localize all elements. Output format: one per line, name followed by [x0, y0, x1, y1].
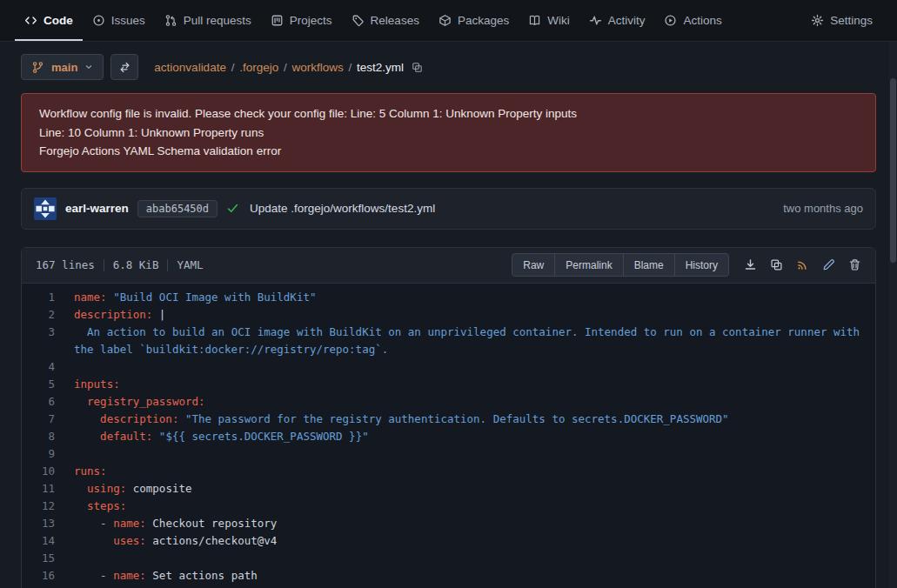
line-number[interactable]: 8	[22, 428, 74, 445]
nav-item-projects[interactable]: Projects	[261, 0, 342, 41]
line-content: steps:	[74, 498, 875, 515]
nav-item-label: Wiki	[547, 14, 570, 27]
code-token	[74, 499, 87, 512]
edit-button[interactable]	[816, 253, 840, 277]
breadcrumb-segment[interactable]: .forgejo	[239, 61, 278, 74]
commit-message[interactable]: Update .forgejo/workflows/test2.yml	[250, 202, 435, 215]
commit-sha-badge[interactable]: abab65450d	[137, 200, 218, 217]
code-token: name:	[113, 569, 146, 582]
line-content: uses: actions/checkout@v4	[74, 532, 875, 550]
commit-author[interactable]: earl-warren	[65, 202, 129, 215]
nav-item-code[interactable]: Code	[15, 0, 83, 41]
code-line: 6 registry_password:	[22, 393, 875, 411]
line-number[interactable]: 13	[22, 515, 74, 532]
line-content: inputs:	[74, 376, 875, 393]
branch-bar: main actionvalidate / .forgejo / workflo…	[21, 53, 876, 81]
copy-button[interactable]	[764, 253, 788, 277]
file-size: 6.8 KiB	[113, 258, 159, 271]
line-number[interactable]: 17	[22, 585, 74, 588]
raw-button[interactable]: Raw	[512, 253, 555, 277]
copy-path-icon[interactable]	[412, 62, 423, 73]
code-line: 8 default: "${{ secrets.DOCKER_PASSWORD …	[22, 428, 875, 445]
file-header: 167 lines 6.8 KiB YAML RawPermalinkBlame…	[22, 248, 875, 284]
file-language: YAML	[177, 258, 203, 271]
line-number[interactable]: 16	[22, 567, 74, 585]
top-nav-items: CodeIssuesPull requestsProjectsReleasesP…	[15, 0, 732, 41]
code-token: uses:	[113, 534, 146, 547]
line-number[interactable]: 3	[22, 324, 74, 358]
code-token: An action to build an OCI image with Bui…	[74, 325, 867, 356]
activity-icon	[589, 14, 602, 27]
line-number[interactable]: 15	[22, 550, 74, 567]
line-number[interactable]: 2	[22, 306, 74, 324]
compare-icon	[118, 61, 131, 74]
code-line: 2description: |	[22, 306, 875, 324]
nav-item-label: Pull requests	[184, 14, 251, 27]
breadcrumb-segment[interactable]: actionvalidate	[154, 61, 226, 74]
line-number[interactable]: 14	[22, 532, 74, 550]
code-token: actions/checkout@v4	[152, 534, 277, 547]
code-token: runs:	[74, 464, 107, 478]
code-token: Set actions path	[152, 569, 257, 582]
line-number[interactable]: 9	[22, 445, 74, 463]
line-number[interactable]: 12	[22, 498, 74, 515]
code-line: 16 - name: Set actions path	[22, 567, 875, 585]
history-button[interactable]: History	[674, 253, 729, 277]
delete-icon	[848, 258, 861, 271]
blame-button[interactable]: Blame	[623, 253, 675, 277]
delete-button[interactable]	[842, 253, 867, 277]
divider	[167, 259, 168, 271]
releases-icon	[351, 14, 365, 27]
nav-item-wiki[interactable]: Wiki	[519, 0, 579, 41]
scrollbar-thumb[interactable]	[890, 78, 896, 263]
download-button[interactable]	[738, 253, 762, 277]
code-token: name:	[113, 517, 146, 530]
nav-item-releases[interactable]: Releases	[342, 0, 429, 41]
branch-name: main	[51, 61, 77, 74]
code-token: |	[159, 308, 166, 321]
line-number[interactable]: 11	[22, 480, 74, 498]
code-token	[74, 430, 100, 443]
code-token: Checkout repository	[152, 517, 277, 530]
line-content: description: "The password for the regis…	[74, 411, 875, 428]
code-line: 13 - name: Checkout repository	[22, 515, 875, 532]
line-content: runs:	[74, 463, 875, 480]
avatar[interactable]	[34, 197, 57, 220]
line-number[interactable]: 7	[22, 411, 74, 428]
nav-item-actions[interactable]: Actions	[654, 0, 731, 41]
nav-item-issues[interactable]: Issues	[83, 0, 155, 41]
scrollbar-track[interactable]	[889, 42, 897, 588]
rss-icon	[796, 258, 809, 271]
nav-item-pull-requests[interactable]: Pull requests	[155, 0, 261, 41]
line-content: An action to build an OCI image with Bui…	[74, 324, 875, 358]
file-view-buttons: RawPermalinkBlameHistory	[512, 253, 729, 277]
code-line: 9	[22, 445, 875, 463]
permalink-button[interactable]: Permalink	[554, 253, 623, 277]
line-number[interactable]: 5	[22, 376, 74, 393]
nav-item-label: Code	[44, 14, 73, 27]
pull-request-icon	[164, 14, 177, 27]
code-line: 10runs:	[22, 463, 875, 480]
code-token: registry_password:	[87, 395, 204, 408]
nav-item-label: Issues	[111, 14, 145, 27]
code-token	[74, 412, 100, 425]
compare-button[interactable]	[110, 54, 138, 80]
code-line: 14 uses: actions/checkout@v4	[22, 532, 875, 550]
file-view: 167 lines 6.8 KiB YAML RawPermalinkBlame…	[21, 247, 876, 588]
rss-button[interactable]	[790, 253, 814, 277]
git-branch-icon	[31, 61, 44, 74]
branch-selector[interactable]: main	[21, 54, 104, 80]
code-token: inputs:	[74, 378, 120, 391]
breadcrumb-segment[interactable]: workflows	[291, 61, 343, 74]
line-number[interactable]: 10	[22, 463, 74, 480]
line-number[interactable]: 1	[22, 289, 74, 306]
nav-item-packages[interactable]: Packages	[429, 0, 519, 41]
code-token: description:	[74, 308, 152, 321]
nav-item-settings[interactable]: Settings	[801, 0, 882, 41]
commit-header: earl-warren abab65450d Update .forgejo/w…	[21, 188, 876, 230]
code-line: 12 steps:	[22, 498, 875, 515]
actions-icon	[664, 14, 677, 27]
line-number[interactable]: 4	[22, 358, 74, 376]
nav-item-activity[interactable]: Activity	[579, 0, 655, 41]
line-number[interactable]: 6	[22, 393, 74, 411]
